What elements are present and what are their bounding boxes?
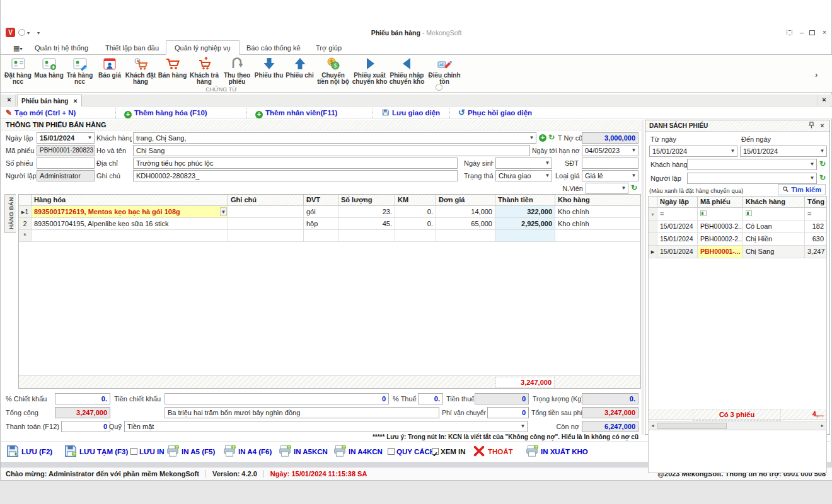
- item-warehouse-cell[interactable]: Kho chính: [555, 218, 640, 230]
- item-warehouse-cell[interactable]: Kho chính: [555, 206, 640, 218]
- item-amount-cell[interactable]: [495, 230, 555, 242]
- restore-icon[interactable]: [809, 30, 815, 35]
- list-row-2[interactable]: 15/01/2024 PBH00002-2... Chị Hiền 630: [649, 233, 826, 246]
- thanh-toan-input[interactable]: 0: [61, 421, 110, 432]
- ribbon-button-phieu-chi[interactable]: Phiếu chi: [285, 56, 315, 85]
- cell-date[interactable]: 15/01/2024: [657, 246, 698, 258]
- cell-customer[interactable]: Chị Hiền: [743, 233, 805, 246]
- item-note-cell[interactable]: [228, 206, 304, 218]
- dia-chi-input[interactable]: Trường tiểu học phúc lộc: [133, 158, 458, 169]
- add-employee-button[interactable]: +Thêm nhân viên(F11): [255, 107, 337, 119]
- chiet-khau-pct-input[interactable]: 0.: [55, 393, 110, 404]
- add-customer-icon[interactable]: +: [539, 134, 546, 142]
- thue-pct-input[interactable]: 0.: [418, 393, 443, 404]
- item-qty-cell[interactable]: 45.: [338, 218, 395, 230]
- close-all-tabs-icon[interactable]: [3, 94, 16, 106]
- item-warehouse-cell[interactable]: [555, 230, 640, 242]
- cell-code[interactable]: PBH00002-2...: [698, 233, 743, 246]
- panel-splitter[interactable]: [642, 120, 644, 435]
- col-km[interactable]: KM: [395, 195, 436, 206]
- ngay-sinh-combo[interactable]: ▼: [495, 158, 552, 169]
- col-so-luong[interactable]: Số lượng: [338, 195, 395, 206]
- ribbon-button-khach-tra-hang[interactable]: Khách trả hàng: [188, 56, 220, 85]
- close-window-icon[interactable]: ×: [820, 28, 829, 37]
- col-tong[interactable]: Tổng: [805, 197, 826, 208]
- col-thanh-tien[interactable]: Thành tiền: [495, 195, 555, 206]
- chevron-down-icon[interactable]: ▼: [630, 171, 637, 180]
- chevron-down-icon[interactable]: ▼: [729, 147, 736, 156]
- restore-layout-button[interactable]: ↺Phục hồi giao diện: [458, 107, 532, 119]
- phi-van-chuyen-input[interactable]: 0: [487, 407, 529, 418]
- filter-equals-icon[interactable]: =: [805, 208, 826, 220]
- chevron-down-icon[interactable]: ▼: [809, 160, 816, 169]
- ribbon-button-mua-hang[interactable]: Mua hàng: [34, 56, 64, 85]
- cell-customer[interactable]: Cô Loan: [743, 220, 805, 233]
- col-kho-hang[interactable]: Kho hàng: [555, 195, 640, 206]
- ribbon-button-phieu-xuat-chuyen-kho[interactable]: Phiếu xuất chuyển kho: [352, 56, 388, 85]
- quy-combo[interactable]: Tiền mặt▼: [124, 421, 528, 432]
- item-qty-cell[interactable]: [338, 230, 395, 242]
- filter-funnel-icon[interactable]: [698, 208, 743, 220]
- ribbon-button-bao-gia[interactable]: Báo giá: [96, 56, 124, 85]
- item-new-row[interactable]: *: [19, 230, 640, 242]
- ho-va-ten-input[interactable]: Chị Sang: [133, 145, 530, 156]
- side-tab-hang-ban[interactable]: HÀNG BÁN: [4, 194, 16, 233]
- chevron-down-icon[interactable]: ▼: [86, 134, 93, 142]
- ribbon-button-khach-dat-hang[interactable]: Khách đặt hàng: [125, 56, 156, 85]
- item-km-cell[interactable]: [395, 230, 436, 242]
- khach-hang-filter-combo[interactable]: ▼: [687, 159, 817, 170]
- chevron-down-icon[interactable]: ▼: [630, 146, 637, 155]
- item-unit-cell[interactable]: gói: [304, 206, 338, 218]
- refresh-icon[interactable]: ↻: [819, 173, 826, 182]
- col-dvt[interactable]: ĐVT: [304, 195, 338, 206]
- new-button[interactable]: ✎Tạo mới (Ctrl + N): [6, 107, 76, 119]
- loai-gia-combo[interactable]: Giá lẻ▼: [582, 170, 638, 181]
- refresh-icon[interactable]: ↻: [819, 159, 826, 168]
- tab-quan-tri-he-thong[interactable]: Quản trị hệ thống: [26, 40, 97, 55]
- print-warehouse-out-button[interactable]: ?IN XUẤT KHO: [525, 444, 588, 459]
- chevron-down-icon[interactable]: ▼: [809, 174, 816, 183]
- col-khach-hang[interactable]: Khách hàng: [743, 197, 805, 208]
- cell-code-highlighted[interactable]: PBH00001-...: [698, 246, 743, 258]
- col-hang-hoa[interactable]: Hàng hóa: [32, 195, 228, 206]
- refresh-employees-icon[interactable]: ↻: [631, 183, 637, 192]
- scrollbar-thumb[interactable]: [657, 423, 727, 429]
- doc-tab-phieu-ban-hang[interactable]: Phiếu bán hàng×: [17, 94, 82, 106]
- print-a5kcn-button[interactable]: ?IN A5KCN: [278, 444, 328, 459]
- fit-window-icon[interactable]: [787, 30, 792, 35]
- xem-in-checkbox[interactable]: XEM IN: [432, 444, 466, 459]
- pin-icon[interactable]: [807, 122, 816, 130]
- checkbox-checked-icon[interactable]: [432, 448, 439, 455]
- nhan-vien-combo[interactable]: ▼: [586, 183, 628, 194]
- cell-total[interactable]: 3,247: [805, 246, 826, 258]
- item-amount-cell[interactable]: 2,925,000: [495, 218, 555, 230]
- luu-in-checkbox[interactable]: LƯU IN: [130, 444, 165, 459]
- close-tab-icon[interactable]: ×: [73, 97, 77, 105]
- print-a5-button[interactable]: ?IN A5 (F5): [166, 444, 215, 459]
- refresh-customers-icon[interactable]: ↻: [548, 133, 555, 142]
- item-price-cell[interactable]: 65,000: [436, 218, 495, 230]
- scroll-left-icon[interactable]: ◂: [649, 422, 657, 430]
- item-unit-cell[interactable]: hộp: [304, 218, 338, 230]
- tab-tro-giup[interactable]: Trợ giúp: [307, 40, 350, 55]
- khach-hang-combo[interactable]: trang, Chị Sang,▼: [133, 132, 536, 144]
- cell-total[interactable]: 182: [805, 220, 826, 233]
- item-price-cell[interactable]: [436, 230, 495, 242]
- print-a4-button[interactable]: ?IN A4 (F6): [222, 444, 272, 459]
- ribbon-scroll-right-icon[interactable]: ›: [815, 70, 818, 79]
- ngay-toi-han-no-combo[interactable]: 04/05/2023▼: [582, 145, 638, 156]
- cell-date[interactable]: 15/01/2024: [657, 220, 698, 233]
- item-price-cell[interactable]: 14,000: [436, 206, 495, 218]
- ribbon-button-dat-hang-ncc[interactable]: Đặt hàng ncc: [3, 56, 33, 85]
- ribbon-button-chuyen-tien-noi-bo[interactable]: $$ Chuyển tiền nội bộ: [316, 56, 350, 85]
- save-draft-button[interactable]: ?LƯU TẠM (F3): [64, 444, 128, 459]
- print-a4kcn-button[interactable]: ?IN A4KCN: [333, 444, 383, 459]
- close-panel-icon[interactable]: ×: [818, 122, 826, 130]
- item-km-cell[interactable]: 0.: [395, 218, 436, 230]
- chevron-down-icon[interactable]: ▼: [519, 422, 526, 431]
- ribbon-button-thu-theo-phieu[interactable]: Thu theo phiếu: [221, 56, 253, 85]
- trang-thai-combo[interactable]: Chưa giao▼: [495, 170, 552, 181]
- ribbon-layout-button[interactable]: ▦▾: [4, 40, 22, 55]
- tab-bao-cao-thong-ke[interactable]: Báo cáo thống kê: [238, 40, 309, 55]
- ribbon-button-phieu-thu[interactable]: Phiếu thu: [254, 56, 284, 85]
